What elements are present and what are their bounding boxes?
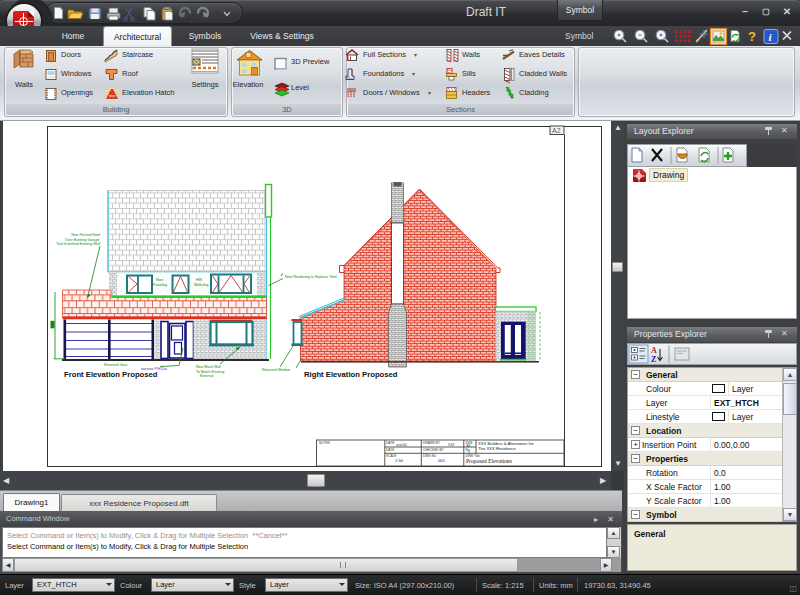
svg-text:New Rendering to Replace Tile: New Rendering to Replace Tiled [285, 275, 337, 279]
svg-text:Z: Z [651, 355, 656, 364]
svg-text:External: External [200, 374, 213, 378]
svg-text:The XXX Residence: The XXX Residence [478, 446, 516, 451]
svg-text:To Match Existing: To Match Existing [196, 370, 224, 374]
svg-text:'Over Existing Garage': 'Over Existing Garage' [64, 238, 100, 242]
svg-text:A: A [651, 346, 657, 355]
svg-text:Paneling: Paneling [153, 283, 167, 287]
svg-text:DATE: DATE [386, 448, 394, 452]
svg-text:DWG No: DWG No [423, 454, 436, 458]
svg-text:XXX: XXX [448, 443, 455, 447]
svg-text:Front Elevation Proposed: Front Elevation Proposed [64, 370, 158, 379]
svg-text:New Block Wall: New Block Wall [196, 365, 221, 369]
svg-text:Right Elevation Proposed: Right Elevation Proposed [304, 370, 398, 379]
svg-text:A2: A2 [552, 127, 561, 134]
svg-text:xxxx/00: xxxx/00 [396, 443, 407, 447]
svg-text:NOTES: NOTES [319, 441, 330, 445]
svg-text:001: 001 [438, 458, 446, 463]
svg-text:CHECKED BY: CHECKED BY [423, 448, 445, 452]
svg-text:Wallcling: Wallcling [194, 283, 208, 287]
svg-text:DRAWN BY: DRAWN BY [423, 441, 441, 445]
svg-text:Retained Window: Retained Window [262, 368, 291, 372]
svg-text:Retained Gara: Retained Gara [104, 363, 127, 367]
svg-text:HW: HW [196, 278, 203, 282]
svg-text:?: ? [748, 29, 756, 44]
svg-text:New: New [156, 278, 164, 282]
svg-text:Tied In behind Existing Wall: Tied In behind Existing Wall [56, 242, 100, 246]
svg-text:New Pitched Roof: New Pitched Roof [71, 233, 100, 237]
svg-text:DATE: DATE [386, 441, 394, 445]
svg-text:1:50: 1:50 [395, 458, 404, 463]
svg-text:Proposed Elevations: Proposed Elevations [466, 458, 512, 464]
